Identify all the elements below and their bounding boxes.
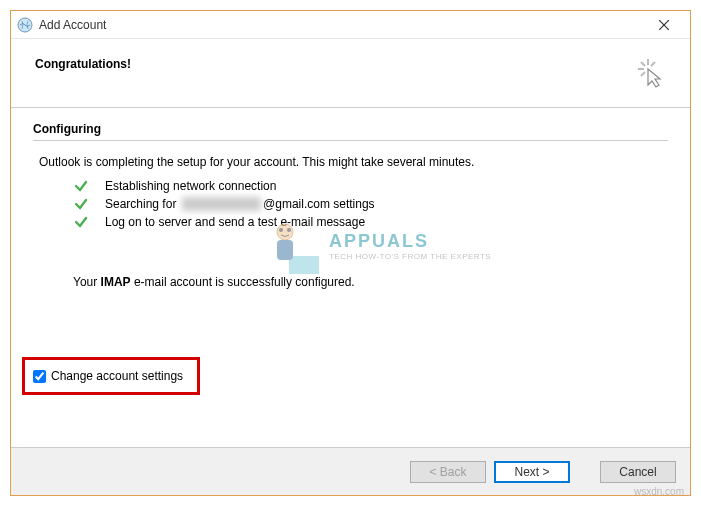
step-label: Log on to server and send a test e-mail …: [105, 215, 365, 229]
watermark-brand: APPUALS: [329, 231, 491, 252]
app-icon: [17, 17, 33, 33]
step-label-pre: Searching for: [105, 197, 180, 211]
back-button: < Back: [410, 461, 486, 483]
titlebar: Add Account: [11, 11, 690, 39]
content-area: Configuring Outlook is completing the se…: [11, 108, 690, 447]
section-title: Configuring: [33, 122, 668, 141]
step-row: Searching for xxxxxxxx xxxx@gmail.com se…: [73, 197, 668, 211]
redacted-email-user: xxxxxxxx xxxx: [182, 197, 261, 211]
change-account-settings-checkbox[interactable]: Change account settings: [33, 369, 183, 383]
step-label: Establishing network connection: [105, 179, 276, 193]
svg-line-5: [641, 62, 645, 66]
next-button[interactable]: Next >: [494, 461, 570, 483]
window-title: Add Account: [39, 18, 644, 32]
highlight-annotation: Change account settings: [22, 357, 200, 395]
success-protocol: IMAP: [101, 275, 131, 289]
step-row: Log on to server and send a test e-mail …: [73, 215, 668, 229]
svg-line-6: [651, 62, 655, 66]
wizard-cursor-icon: [636, 57, 668, 89]
success-pre: Your: [73, 275, 101, 289]
cancel-button[interactable]: Cancel: [600, 461, 676, 483]
add-account-dialog: Add Account Congratulations! Configuring…: [10, 10, 691, 496]
steps-list: Establishing network connection Searchin…: [73, 179, 668, 229]
svg-rect-8: [289, 256, 319, 274]
congrats-heading: Congratulations!: [35, 57, 666, 71]
svg-line-7: [641, 72, 645, 76]
success-message: Your IMAP e-mail account is successfully…: [73, 275, 668, 289]
intro-text: Outlook is completing the setup for your…: [39, 155, 668, 169]
success-post: e-mail account is successfully configure…: [131, 275, 355, 289]
checkmark-icon: [73, 197, 89, 211]
button-bar: < Back Next > Cancel: [11, 447, 690, 495]
step-label-post: @gmail.com settings: [263, 197, 375, 211]
checkbox-label: Change account settings: [51, 369, 183, 383]
checkmark-icon: [73, 215, 89, 229]
step-label: Searching for xxxxxxxx xxxx@gmail.com se…: [105, 197, 375, 211]
close-button[interactable]: [644, 13, 684, 37]
svg-rect-10: [277, 240, 293, 260]
step-row: Establishing network connection: [73, 179, 668, 193]
checkmark-icon: [73, 179, 89, 193]
change-account-settings-input[interactable]: [33, 370, 46, 383]
header: Congratulations!: [11, 39, 690, 107]
watermark-tagline: TECH HOW-TO'S FROM THE EXPERTS: [329, 252, 491, 261]
